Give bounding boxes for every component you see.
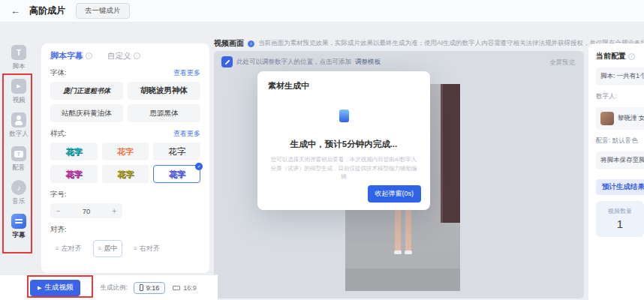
info-icon	[134, 52, 140, 59]
left-nav-rail: T 脚本 ▶ 视频 数字人 T 配音 ♪ 音乐 字幕	[0, 45, 38, 248]
canvas-header: 视频画面 当前画面为素材预览效果，实际成片效果以最终生成为准；使用AI生成的数字…	[214, 38, 644, 49]
ratio-landscape-button[interactable]: 16:9	[173, 284, 197, 292]
tab-custom[interactable]: 自定义	[107, 51, 140, 62]
nav-label: 视频	[13, 96, 26, 105]
nav-item-subtitle[interactable]: 字幕	[11, 214, 26, 240]
font-option[interactable]: 思源黑体	[128, 104, 200, 122]
stepper-minus-icon[interactable]: −	[56, 207, 61, 215]
collapse-modal-button[interactable]: 收起弹窗(0s)	[368, 185, 422, 202]
nav-label: 脚本	[13, 62, 26, 71]
fancy-text-option[interactable]: 花字	[102, 165, 149, 183]
nav-label: 配音	[13, 164, 26, 172]
align-label: 右对齐	[140, 244, 160, 254]
font-option[interactable]: 站酷庆科黄油体	[50, 104, 123, 122]
font-option[interactable]: 庞门正道粗书体	[50, 82, 123, 100]
align-left-button[interactable]: ≡ 左对齐	[50, 240, 87, 257]
presenter-shoe	[394, 250, 402, 254]
info-icon	[86, 52, 92, 59]
save-note-card: 将脚本保存至脚本库中	[596, 152, 644, 170]
canvas-notice: 当前画面为素材预览效果，实际成片效果以最终生成为准；使用AI生成的数字人内容需遵…	[258, 39, 644, 48]
ratio-portrait-button[interactable]: 9:16	[134, 282, 166, 294]
metric-label: 视频数量	[596, 207, 644, 215]
nav-label: 音乐	[13, 197, 26, 206]
fullscreen-preview-link[interactable]: 全屏预览	[549, 58, 575, 68]
fancy-text-option[interactable]: 花字	[50, 165, 98, 183]
info-icon	[628, 53, 635, 60]
page-title: 高阶成片	[29, 4, 65, 17]
font-option[interactable]: 胡晓波男神体	[128, 82, 200, 100]
check-icon: ✓	[195, 163, 203, 170]
panel-tabs: 脚本字幕 自定义	[50, 50, 200, 62]
nav-label: 字幕	[13, 231, 26, 240]
fancy-text-option[interactable]: 花字	[50, 142, 98, 160]
voiceover-icon: T	[11, 146, 26, 161]
nav-item-digital-human[interactable]: 数字人	[9, 112, 29, 139]
digital-human-name: 黎晓潼 女·19岁	[618, 114, 644, 123]
canvas-title: 视频画面	[214, 38, 244, 49]
app-window: ← 高阶成片 去一键成片 T 脚本 ▶ 视频 数字人 T 配音 ♪ 音乐 字幕	[0, 0, 644, 300]
landscape-icon	[173, 286, 180, 290]
fancy-text-option-selected[interactable]: 花字 ✓	[153, 165, 200, 183]
font-more-link[interactable]: 查看更多	[173, 68, 200, 78]
tab-label: 自定义	[107, 51, 131, 62]
digital-human-icon	[11, 112, 26, 128]
current-config-panel: 当前配置 脚本: 一共有1个脚本 数字人: 黎晓潼 女·19岁 配音: 默认音色…	[588, 44, 644, 300]
video-count-card: 视频数量 1	[596, 201, 644, 237]
play-icon: ▶	[38, 285, 41, 291]
result-section-title: 预计生成结果	[596, 179, 644, 195]
digital-human-card: 黎晓潼 女·19岁	[596, 107, 644, 130]
fancy-text-option[interactable]: 花字	[153, 142, 200, 160]
portrait-icon	[140, 284, 143, 291]
nav-label: 数字人	[9, 130, 29, 139]
style-options: 花字 花字 花字 花字 花字 花字 ✓	[50, 142, 200, 183]
ratio-value: 9:16	[146, 284, 160, 292]
align-left-icon: ≡	[56, 245, 59, 252]
nav-item-video[interactable]: ▶ 视频	[11, 79, 26, 105]
size-section-label: 字号:	[50, 190, 67, 200]
align-right-icon: ≡	[134, 245, 137, 252]
ratio-value: 16:9	[183, 284, 197, 292]
generate-video-button[interactable]: ▶ 生成视频	[30, 280, 80, 296]
presenter-leg	[395, 206, 401, 251]
align-center-button[interactable]: ≡ 居中	[93, 240, 123, 257]
fancy-text-label: 花字	[169, 169, 185, 180]
one-click-film-tab[interactable]: 去一键成片	[76, 3, 130, 19]
align-center-icon: ≡	[98, 245, 102, 252]
presenter-shoe	[405, 250, 412, 254]
align-label: 居中	[104, 244, 117, 254]
style-more-link[interactable]: 查看更多	[173, 129, 200, 139]
font-size-stepper[interactable]: − 70 +	[50, 203, 122, 218]
position-tip-chip[interactable]: 此处可以调整数字人的位置，点击可添加 调整模板	[221, 56, 381, 68]
digital-human-label: 数字人:	[596, 92, 644, 101]
tab-label: 脚本字幕	[50, 50, 83, 62]
nav-item-script[interactable]: T 脚本	[11, 45, 26, 71]
align-right-button[interactable]: ≡ 右对齐	[128, 240, 165, 257]
fancy-text-option[interactable]: 花字	[102, 142, 149, 160]
stepper-plus-icon[interactable]: +	[112, 207, 116, 215]
modal-status-text: 生成中，预计5分钟内完成...	[268, 139, 420, 150]
back-arrow-icon[interactable]: ←	[11, 5, 20, 16]
avatar	[600, 112, 614, 125]
info-icon	[248, 40, 254, 47]
modal-description: 您可以选择关闭弹窗稍后查看，本次视频内容皆由AI数字人分身（试讲）的模型生成，目…	[270, 155, 417, 182]
video-floor	[345, 268, 460, 291]
ratio-label: 生成比例:	[100, 284, 127, 292]
align-label: 左对齐	[62, 244, 82, 254]
metric-value: 1	[596, 218, 644, 230]
generate-footer: ▶ 生成视频 生成比例: 9:16 16:9	[0, 274, 218, 300]
tab-script-subtitle[interactable]: 脚本字幕	[50, 50, 92, 62]
align-section-label: 对齐:	[50, 225, 67, 235]
font-section-label: 字体:	[50, 68, 67, 78]
nav-item-voiceover[interactable]: T 配音	[11, 146, 26, 172]
tip-text: 此处可以调整数字人的位置，点击可添加	[236, 58, 351, 67]
font-options: 庞门正道粗书体 胡晓波男神体 站酷庆科黄油体 思源黑体	[50, 82, 200, 122]
music-icon: ♪	[11, 180, 26, 195]
video-door	[441, 84, 460, 223]
adjust-template-link[interactable]: 调整模板	[355, 58, 381, 67]
subtitle-settings-panel: 脚本字幕 自定义 字体: 查看更多 庞门正道粗书体 胡晓波男神体 站酷庆科黄油体…	[41, 44, 209, 273]
top-bar: ← 高阶成片 去一键成片	[0, 0, 644, 22]
generate-label: 生成视频	[44, 283, 73, 292]
nav-item-music[interactable]: ♪ 音乐	[11, 180, 26, 206]
script-summary-card: 脚本: 一共有1个脚本	[596, 68, 644, 86]
voice-label: 配音: 默认音色	[596, 136, 644, 146]
